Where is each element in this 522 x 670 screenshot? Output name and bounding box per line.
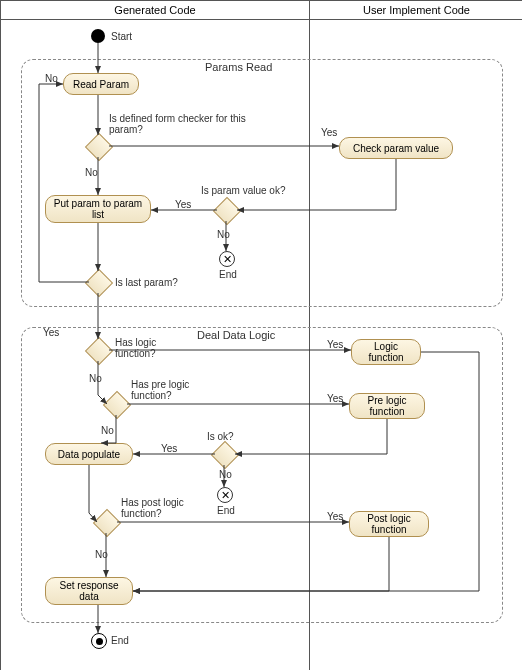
decision-value-ok-label: Is param value ok? (201, 185, 286, 196)
lane-user: User Implement Code (310, 1, 522, 19)
final-label: End (111, 635, 129, 646)
g-no-ok: No (219, 469, 232, 480)
swimlane-header: Generated Code User Implement Code (1, 1, 522, 20)
g-no-post: No (95, 549, 108, 560)
flow-final-2: ✕ (217, 487, 233, 503)
lane-generated: Generated Code (1, 1, 310, 19)
activity-put-param: Put param to param list (45, 195, 151, 223)
g-yes-logic: Yes (327, 339, 343, 350)
end2-label: End (217, 505, 235, 516)
g-yes-last: Yes (43, 327, 59, 338)
region-label-params: Params Read (205, 61, 272, 73)
g-yes-checker: Yes (321, 127, 337, 138)
initial-node (91, 29, 105, 43)
activity-diagram: Generated Code User Implement Code Param… (0, 0, 522, 670)
g-no-checker: No (85, 167, 98, 178)
g-yes-valueok: Yes (175, 199, 191, 210)
g-no-valueok: No (217, 229, 230, 240)
activity-set-response: Set response data (45, 577, 133, 605)
activity-post-fn: Post logic function (349, 511, 429, 537)
region-params-read (21, 59, 503, 307)
activity-logic-fn: Logic function (351, 339, 421, 365)
activity-data-populate: Data populate (45, 443, 133, 465)
decision-pre-label: Has pre logic function? (131, 379, 211, 401)
decision-checker-label: Is defined form checker for this param? (109, 113, 259, 135)
activity-read-param: Read Param (63, 73, 139, 95)
g-yes-ok: Yes (161, 443, 177, 454)
decision-post-label: Has post logic function? (121, 497, 201, 519)
g-no-loop: No (45, 73, 58, 84)
end1-label: End (219, 269, 237, 280)
activity-pre-fn: Pre logic function (349, 393, 425, 419)
g-no-pre: No (101, 425, 114, 436)
g-no-logic: No (89, 373, 102, 384)
g-yes-pre: Yes (327, 393, 343, 404)
decision-ok-label: Is ok? (207, 431, 234, 442)
decision-last-label: Is last param? (115, 277, 178, 288)
g-yes-post: Yes (327, 511, 343, 522)
activity-check-param: Check param value (339, 137, 453, 159)
final-node (91, 633, 107, 649)
decision-logic-label: Has logic function? (115, 337, 185, 359)
region-label-deal: Deal Data Logic (197, 329, 275, 341)
flow-final-1: ✕ (219, 251, 235, 267)
start-label: Start (111, 31, 132, 42)
